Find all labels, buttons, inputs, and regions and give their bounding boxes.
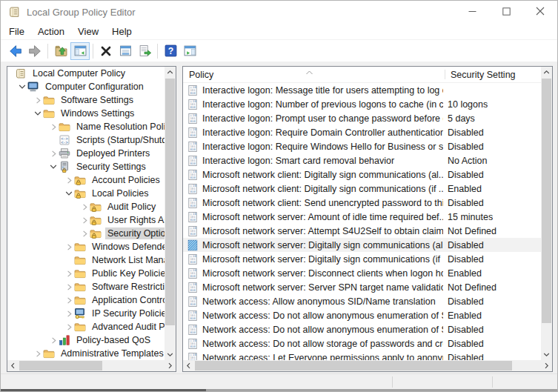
scrollbar-thumb[interactable]	[195, 361, 512, 371]
policy-row[interactable]: 10101010Microsoft network client: Digita…	[183, 182, 541, 196]
tree-item-application-control-policies[interactable]: Application Control Policies	[7, 293, 165, 307]
chevron-right-icon[interactable]	[64, 284, 74, 290]
policy-row[interactable]: 10101010Interactive logon: Smart card re…	[183, 153, 541, 167]
chevron-right-icon[interactable]	[79, 230, 90, 237]
tree-item-administrative-templates[interactable]: Administrative Templates	[7, 347, 165, 360]
tree-item-local-policies[interactable]: Local Policies	[7, 187, 165, 200]
chevron-right-icon[interactable]	[64, 244, 74, 250]
scrollbar-thumb[interactable]	[542, 79, 551, 323]
tree-horizontal-scrollbar[interactable]	[7, 360, 176, 371]
scroll-up-icon[interactable]	[165, 67, 176, 78]
chevron-down-icon[interactable]	[64, 190, 74, 197]
scroll-down-icon[interactable]	[541, 349, 552, 360]
show-action-pane-button[interactable]	[180, 42, 199, 60]
chevron-right-icon[interactable]	[64, 297, 74, 304]
chevron-right-icon[interactable]	[33, 97, 43, 104]
policy-row[interactable]: 10101010Interactive logon: Prompt user t…	[183, 111, 541, 125]
scroll-down-icon[interactable]	[165, 349, 176, 360]
tree-item-security-settings[interactable]: Security Settings	[7, 160, 165, 173]
menu-file[interactable]: File	[2, 24, 31, 39]
tree-item-software-settings[interactable]: Software Settings	[7, 93, 165, 107]
tree-item-windows-settings[interactable]: Windows Settings	[7, 107, 165, 120]
menu-action[interactable]: Action	[31, 24, 71, 39]
minimize-button[interactable]	[455, 1, 489, 23]
up-one-level-button[interactable]	[51, 42, 70, 60]
tree-vertical-scrollbar[interactable]	[165, 67, 176, 360]
tree-item-label: Software Restriction Policies	[90, 281, 165, 293]
title-bar[interactable]: Local Group Policy Editor	[1, 1, 557, 23]
tree-item-local-computer-policy[interactable]: Local Computer Policy	[7, 67, 165, 80]
tree-item-advanced-audit-policy-configuration[interactable]: Advanced Audit Policy Configuration	[7, 320, 165, 333]
tree-item-scripts-startup-shutdown[interactable]: <-><->Scripts (Startup/Shutdown)	[7, 133, 165, 147]
scrollbar-thumb[interactable]	[165, 79, 175, 325]
tree-item-network-list-manager-policies[interactable]: Network List Manager Policies	[7, 253, 165, 267]
policy-row[interactable]: 10101010Network access: Do not allow ano…	[183, 308, 541, 322]
tree-item-computer-configuration[interactable]: Computer Configuration	[7, 80, 165, 93]
policy-row[interactable]: 10101010Network access: Do not allow ano…	[183, 322, 541, 336]
back-button[interactable]	[6, 42, 25, 60]
chevron-down-icon[interactable]	[48, 163, 59, 170]
chevron-right-icon[interactable]	[33, 351, 43, 357]
policy-row[interactable]: 10101010Microsoft network server: Server…	[183, 280, 541, 294]
policy-row[interactable]: 10101010Microsoft network client: Digita…	[183, 167, 541, 182]
chevron-right-icon[interactable]	[64, 310, 74, 317]
chevron-right-icon[interactable]	[79, 204, 90, 210]
policy-row[interactable]: 10101010Network access: Do not allow sto…	[183, 336, 541, 351]
maximize-button[interactable]	[489, 1, 523, 23]
chevron-right-icon[interactable]	[64, 270, 74, 277]
policy-row[interactable]: 10101010Interactive logon: Number of pre…	[183, 97, 541, 111]
chevron-right-icon[interactable]	[48, 124, 59, 130]
close-button[interactable]	[523, 1, 557, 23]
policy-row[interactable]: 10101010Microsoft network server: Attemp…	[183, 224, 541, 238]
policy-row[interactable]: 10101010Microsoft network server: Digita…	[183, 252, 541, 266]
tree-item-public-key-policies[interactable]: Public Key Policies	[7, 267, 165, 280]
scroll-right-icon[interactable]	[541, 360, 552, 371]
properties-button[interactable]	[116, 42, 135, 60]
policy-row[interactable]: 10101010Interactive logon: Require Windo…	[183, 139, 541, 153]
chevron-down-icon[interactable]	[33, 110, 43, 117]
chevron-down-icon[interactable]	[17, 83, 27, 90]
export-list-button[interactable]	[135, 42, 154, 60]
chevron-right-icon[interactable]	[48, 150, 59, 157]
tree-item-account-policies[interactable]: Account Policies	[7, 173, 165, 187]
menu-help[interactable]: Help	[105, 24, 139, 39]
list-vertical-scrollbar[interactable]	[541, 67, 552, 360]
policy-row[interactable]: 10101010Network access: Let Everyone per…	[183, 351, 541, 360]
tree-item-software-restriction-policies[interactable]: Software Restriction Policies	[7, 280, 165, 293]
tree-item-audit-policy[interactable]: Audit Policy	[7, 200, 165, 213]
policy-name: Microsoft network client: Digitally sign…	[202, 170, 443, 180]
chevron-right-icon[interactable]	[48, 337, 59, 344]
column-divider[interactable]	[445, 70, 445, 79]
chevron-right-icon[interactable]	[79, 217, 90, 224]
tree-item-deployed-printers[interactable]: Deployed Printers	[7, 147, 165, 160]
policy-row[interactable]: Microsoft network server: Digitally sign…	[183, 238, 541, 252]
menu-bar: FileActionViewHelp	[1, 23, 557, 39]
list-horizontal-scrollbar[interactable]	[183, 360, 552, 371]
delete-button[interactable]	[96, 42, 116, 60]
chevron-right-icon[interactable]	[64, 177, 74, 184]
scrollbar-thumb[interactable]	[19, 361, 102, 371]
chevron-right-icon[interactable]	[64, 324, 74, 330]
scroll-up-icon[interactable]	[541, 67, 552, 78]
tree-item-ip-security-policies-on-local-computer[interactable]: IP Security Policies on Local Computer	[7, 307, 165, 320]
policy-row[interactable]: 10101010Interactive logon: Require Domai…	[183, 125, 541, 139]
tree-item-user-rights-assignment[interactable]: User Rights Assignment	[7, 213, 165, 227]
policy-row[interactable]: 10101010Microsoft network server: Discon…	[183, 266, 541, 280]
policy-row[interactable]: 10101010Network access: Allow anonymous …	[183, 294, 541, 308]
show-console-tree-button[interactable]	[70, 42, 90, 60]
policy-row[interactable]: 10101010Interactive logon: Message title…	[183, 83, 541, 97]
column-header-policy[interactable]: Policy	[183, 67, 443, 82]
policy-row[interactable]: 10101010Microsoft network client: Send u…	[183, 196, 541, 210]
tree-item-policy-based-qos[interactable]: Policy-based QoS	[7, 333, 165, 347]
scroll-left-icon[interactable]	[183, 360, 194, 371]
policy-row[interactable]: 10101010Microsoft network server: Amount…	[183, 210, 541, 224]
tree-item-windows-defender-firewall-with-advanced-security[interactable]: Windows Defender Firewall with Advanced …	[7, 240, 165, 253]
column-header-security-setting[interactable]: Security Setting	[447, 67, 541, 82]
menu-view[interactable]: View	[71, 24, 105, 39]
tree-item-security-options[interactable]: Security Options	[7, 227, 165, 240]
scroll-right-icon[interactable]	[165, 360, 176, 371]
help-button[interactable]: ?	[161, 42, 180, 60]
tree-item-name-resolution-policy[interactable]: Name Resolution Policy	[7, 120, 165, 133]
scroll-left-icon[interactable]	[7, 360, 19, 371]
forward-button[interactable]	[25, 42, 44, 60]
